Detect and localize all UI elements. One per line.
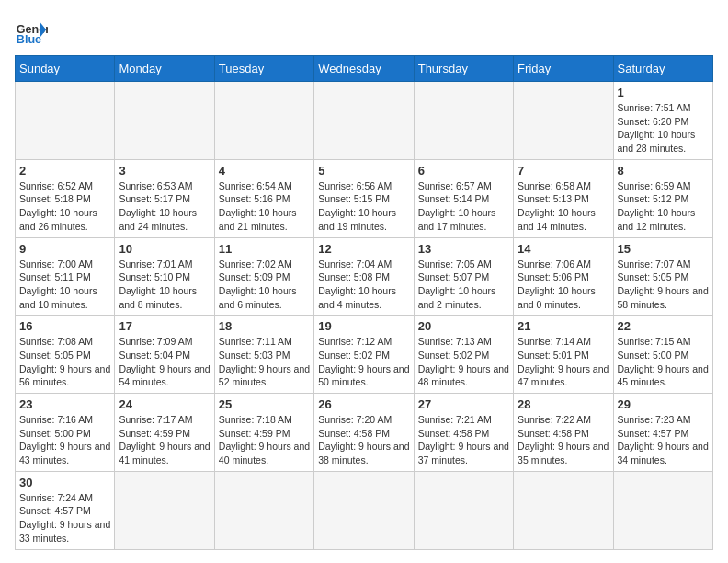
day-sun-info: Sunrise: 6:56 AM Sunset: 5:15 PM Dayligh… (318, 179, 409, 234)
day-sun-info: Sunrise: 7:07 AM Sunset: 5:05 PM Dayligh… (618, 258, 709, 312)
day-number: 20 (418, 319, 509, 333)
calendar-week-row: 2Sunrise: 6:52 AM Sunset: 5:18 PM Daylig… (16, 159, 713, 237)
day-sun-info: Sunrise: 7:04 AM Sunset: 5:08 PM Dayligh… (318, 258, 409, 312)
day-of-week-header: Thursday (414, 56, 513, 82)
calendar-day-cell: 18Sunrise: 7:11 AM Sunset: 5:03 PM Dayli… (214, 316, 313, 394)
day-number: 25 (219, 397, 310, 411)
calendar-day-cell: 9Sunrise: 7:00 AM Sunset: 5:11 PM Daylig… (16, 237, 115, 316)
calendar-day-cell: 7Sunrise: 6:58 AM Sunset: 5:13 PM Daylig… (514, 159, 613, 237)
day-sun-info: Sunrise: 6:58 AM Sunset: 5:13 PM Dayligh… (518, 179, 609, 234)
calendar-day-cell: 25Sunrise: 7:18 AM Sunset: 4:59 PM Dayli… (214, 394, 313, 472)
day-sun-info: Sunrise: 7:23 AM Sunset: 4:57 PM Dayligh… (618, 413, 709, 467)
day-sun-info: Sunrise: 7:15 AM Sunset: 5:00 PM Dayligh… (618, 335, 709, 389)
day-number: 10 (119, 242, 210, 256)
day-sun-info: Sunrise: 6:53 AM Sunset: 5:17 PM Dayligh… (119, 179, 210, 234)
calendar-day-cell: 6Sunrise: 6:57 AM Sunset: 5:14 PM Daylig… (414, 159, 513, 237)
calendar-day-cell (414, 82, 513, 160)
day-number: 17 (119, 319, 210, 333)
calendar-day-cell: 20Sunrise: 7:13 AM Sunset: 5:02 PM Dayli… (414, 316, 513, 394)
calendar-day-cell (414, 471, 513, 549)
calendar-day-cell: 13Sunrise: 7:05 AM Sunset: 5:07 PM Dayli… (414, 237, 513, 316)
calendar-week-row: 30Sunrise: 7:24 AM Sunset: 4:57 PM Dayli… (16, 471, 713, 549)
day-sun-info: Sunrise: 7:17 AM Sunset: 4:59 PM Dayligh… (119, 413, 210, 467)
day-number: 4 (219, 164, 310, 178)
day-number: 26 (318, 397, 409, 411)
calendar-day-cell: 16Sunrise: 7:08 AM Sunset: 5:05 PM Dayli… (16, 316, 115, 394)
day-number: 15 (618, 242, 709, 256)
day-of-week-header: Tuesday (214, 56, 313, 82)
day-number: 27 (418, 397, 509, 411)
calendar-day-cell (514, 82, 613, 160)
day-number: 2 (19, 164, 110, 178)
calendar-day-cell (214, 82, 313, 160)
day-number: 3 (119, 164, 210, 178)
calendar-day-cell (314, 82, 414, 160)
day-sun-info: Sunrise: 7:08 AM Sunset: 5:05 PM Dayligh… (19, 335, 110, 389)
day-sun-info: Sunrise: 7:14 AM Sunset: 5:01 PM Dayligh… (518, 335, 609, 389)
calendar-day-cell: 23Sunrise: 7:16 AM Sunset: 5:00 PM Dayli… (16, 394, 115, 472)
logo: General Blue (15, 15, 48, 48)
svg-text:Blue: Blue (17, 33, 41, 46)
calendar-day-cell: 22Sunrise: 7:15 AM Sunset: 5:00 PM Dayli… (613, 316, 712, 394)
calendar-day-cell (514, 471, 613, 549)
day-sun-info: Sunrise: 7:21 AM Sunset: 4:58 PM Dayligh… (418, 413, 509, 467)
calendar-day-cell: 10Sunrise: 7:01 AM Sunset: 5:10 PM Dayli… (115, 237, 214, 316)
calendar-week-row: 1Sunrise: 7:51 AM Sunset: 6:20 PM Daylig… (16, 82, 713, 160)
day-sun-info: Sunrise: 7:11 AM Sunset: 5:03 PM Dayligh… (219, 335, 310, 389)
day-sun-info: Sunrise: 7:00 AM Sunset: 5:11 PM Dayligh… (19, 258, 110, 312)
day-of-week-header: Monday (115, 56, 214, 82)
day-sun-info: Sunrise: 7:12 AM Sunset: 5:02 PM Dayligh… (318, 335, 409, 389)
day-sun-info: Sunrise: 6:52 AM Sunset: 5:18 PM Dayligh… (19, 179, 110, 234)
day-sun-info: Sunrise: 7:01 AM Sunset: 5:10 PM Dayligh… (119, 258, 210, 312)
day-sun-info: Sunrise: 6:57 AM Sunset: 5:14 PM Dayligh… (418, 179, 509, 234)
day-sun-info: Sunrise: 7:13 AM Sunset: 5:02 PM Dayligh… (418, 335, 509, 389)
calendar-day-cell: 29Sunrise: 7:23 AM Sunset: 4:57 PM Dayli… (613, 394, 712, 472)
day-sun-info: Sunrise: 7:22 AM Sunset: 4:58 PM Dayligh… (518, 413, 609, 467)
day-number: 7 (518, 164, 609, 178)
day-number: 21 (518, 319, 609, 333)
day-of-week-header: Saturday (613, 56, 712, 82)
day-of-week-header: Wednesday (314, 56, 414, 82)
calendar-day-cell: 17Sunrise: 7:09 AM Sunset: 5:04 PM Dayli… (115, 316, 214, 394)
calendar-week-row: 23Sunrise: 7:16 AM Sunset: 5:00 PM Dayli… (16, 394, 713, 472)
day-sun-info: Sunrise: 7:18 AM Sunset: 4:59 PM Dayligh… (219, 413, 310, 467)
calendar-day-cell: 8Sunrise: 6:59 AM Sunset: 5:12 PM Daylig… (613, 159, 712, 237)
calendar-table: SundayMondayTuesdayWednesdayThursdayFrid… (15, 55, 713, 550)
calendar-day-cell: 14Sunrise: 7:06 AM Sunset: 5:06 PM Dayli… (514, 237, 613, 316)
calendar-day-cell: 5Sunrise: 6:56 AM Sunset: 5:15 PM Daylig… (314, 159, 414, 237)
calendar-day-cell: 30Sunrise: 7:24 AM Sunset: 4:57 PM Dayli… (16, 471, 115, 549)
calendar-day-cell: 11Sunrise: 7:02 AM Sunset: 5:09 PM Dayli… (214, 237, 313, 316)
day-number: 22 (618, 319, 709, 333)
calendar-header-row: SundayMondayTuesdayWednesdayThursdayFrid… (16, 56, 713, 82)
calendar-day-cell: 1Sunrise: 7:51 AM Sunset: 6:20 PM Daylig… (613, 82, 712, 160)
day-number: 18 (219, 319, 310, 333)
calendar-day-cell (115, 82, 214, 160)
calendar-day-cell (16, 82, 115, 160)
day-sun-info: Sunrise: 7:02 AM Sunset: 5:09 PM Dayligh… (219, 258, 310, 312)
day-number: 13 (418, 242, 509, 256)
calendar-week-row: 9Sunrise: 7:00 AM Sunset: 5:11 PM Daylig… (16, 237, 713, 316)
calendar-day-cell: 4Sunrise: 6:54 AM Sunset: 5:16 PM Daylig… (214, 159, 313, 237)
day-number: 12 (318, 242, 409, 256)
calendar-day-cell: 3Sunrise: 6:53 AM Sunset: 5:17 PM Daylig… (115, 159, 214, 237)
calendar-day-cell: 24Sunrise: 7:17 AM Sunset: 4:59 PM Dayli… (115, 394, 214, 472)
calendar-day-cell: 2Sunrise: 6:52 AM Sunset: 5:18 PM Daylig… (16, 159, 115, 237)
day-sun-info: Sunrise: 7:09 AM Sunset: 5:04 PM Dayligh… (119, 335, 210, 389)
calendar-day-cell: 15Sunrise: 7:07 AM Sunset: 5:05 PM Dayli… (613, 237, 712, 316)
calendar-day-cell: 21Sunrise: 7:14 AM Sunset: 5:01 PM Dayli… (514, 316, 613, 394)
day-sun-info: Sunrise: 7:05 AM Sunset: 5:07 PM Dayligh… (418, 258, 509, 312)
page-header: General Blue (15, 15, 713, 48)
day-sun-info: Sunrise: 7:51 AM Sunset: 6:20 PM Dayligh… (618, 101, 709, 155)
day-number: 29 (618, 397, 709, 411)
calendar-day-cell (314, 471, 414, 549)
calendar-day-cell (613, 471, 712, 549)
day-sun-info: Sunrise: 7:16 AM Sunset: 5:00 PM Dayligh… (19, 413, 110, 467)
day-sun-info: Sunrise: 6:54 AM Sunset: 5:16 PM Dayligh… (219, 179, 310, 234)
day-sun-info: Sunrise: 7:06 AM Sunset: 5:06 PM Dayligh… (518, 258, 609, 312)
day-number: 23 (19, 397, 110, 411)
calendar-day-cell: 12Sunrise: 7:04 AM Sunset: 5:08 PM Dayli… (314, 237, 414, 316)
day-number: 24 (119, 397, 210, 411)
day-of-week-header: Friday (514, 56, 613, 82)
day-sun-info: Sunrise: 7:24 AM Sunset: 4:57 PM Dayligh… (19, 491, 110, 546)
calendar-day-cell: 19Sunrise: 7:12 AM Sunset: 5:02 PM Dayli… (314, 316, 414, 394)
